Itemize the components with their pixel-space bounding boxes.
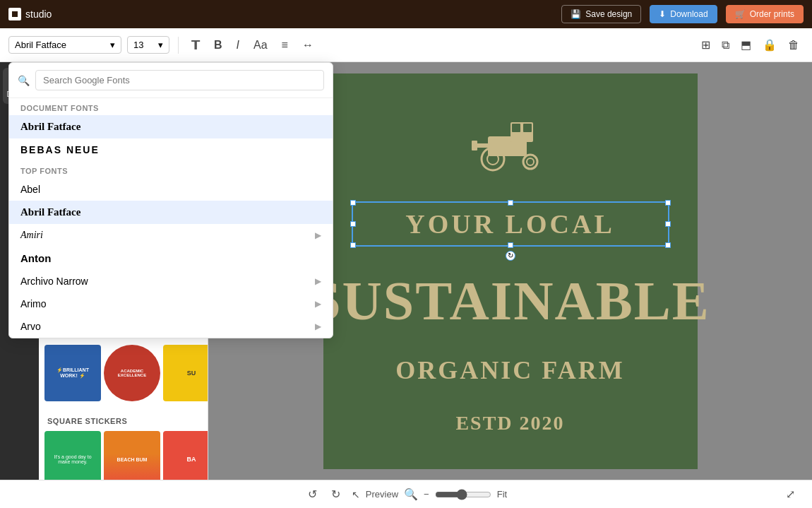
- arrow-icon: ▶: [315, 276, 321, 286]
- chevron-down-icon: ▾: [110, 40, 115, 50]
- order-icon: 🛒: [735, 9, 746, 19]
- topbar: studio 💾 Save design ⬇ Download 🛒 Order …: [0, 0, 812, 28]
- save-icon: 💾: [571, 9, 581, 19]
- chevron-down-icon: ▾: [158, 40, 163, 50]
- your-local-container[interactable]: YOUR LOCAL ↻: [352, 201, 669, 247]
- letter-spacing-button[interactable]: ↔: [298, 36, 318, 54]
- logo-icon: [8, 8, 21, 20]
- font-family-selector[interactable]: Abril Fatface ▾: [8, 36, 121, 54]
- logo: studio: [8, 8, 52, 20]
- search-icon: 🔍: [18, 75, 30, 86]
- sticker-thumb[interactable]: ACADEMICEXCELLENCE: [104, 345, 160, 401]
- order-prints-button[interactable]: 🛒 Order prints: [726, 5, 804, 23]
- font-item-anton[interactable]: Anton: [9, 247, 333, 270]
- font-case-button[interactable]: Aa: [249, 36, 272, 54]
- svg-point-3: [527, 158, 534, 165]
- align-icon: ≡: [282, 39, 288, 52]
- zoom-out-icon: 🔍: [404, 488, 418, 501]
- font-item-bebas-neue-doc[interactable]: BEBAS NEUE: [9, 138, 333, 161]
- toolbar: Abril Fatface ▾ 13 ▾ 𝗧 B I Aa ≡ ↔ ⊞ ⧉ ⬒ …: [0, 28, 812, 62]
- text-style-button[interactable]: 𝗧: [187, 35, 204, 56]
- font-size-label: 13: [133, 40, 143, 50]
- delete-button[interactable]: 🗑: [784, 36, 804, 54]
- grid-button[interactable]: ⊞: [697, 35, 715, 54]
- undo-button[interactable]: ↺: [305, 485, 320, 504]
- sticker-thumb[interactable]: SU: [163, 345, 208, 401]
- italic-label: I: [237, 39, 239, 52]
- download-button[interactable]: ⬇ Download: [650, 5, 717, 23]
- toolbar-right-icons: ⊞ ⧉ ⬒ 🔒 🗑: [697, 35, 804, 54]
- sticker-thumb[interactable]: It's a good day to make money.: [44, 431, 101, 480]
- sustainable-text: SUSTAINABLE: [310, 273, 710, 329]
- duplicate-button[interactable]: ⧉: [717, 36, 734, 54]
- font-size-selector[interactable]: 13 ▾: [127, 36, 169, 54]
- canvas-container: YOUR LOCAL ↻ SUSTAINABLE ORGANIC FARM: [323, 73, 698, 469]
- font-item-abel[interactable]: Abel: [9, 178, 333, 201]
- square-stickers-section: Square Stickers It's a good day to make …: [39, 407, 208, 480]
- sticker-thumb[interactable]: BA: [163, 431, 208, 480]
- fullscreen-button[interactable]: ⤢: [783, 485, 798, 504]
- arrow-icon: ▶: [315, 230, 321, 240]
- estd-text: ESTD 2020: [455, 412, 564, 435]
- font-item-arimo[interactable]: Arimo ▶: [9, 293, 333, 315]
- spacing-icon: ↔: [302, 39, 314, 52]
- arrow-icon: ▶: [315, 299, 321, 309]
- cursor-icon: ↖: [352, 489, 360, 500]
- font-item-arvo[interactable]: Arvo ▶: [9, 315, 333, 338]
- design-canvas[interactable]: YOUR LOCAL ↻ SUSTAINABLE ORGANIC FARM: [323, 73, 698, 469]
- preview-label: Preview: [366, 489, 398, 500]
- document-fonts-header: DOCUMENT FONTS: [9, 98, 333, 115]
- sticker-row: It's a good day to make money. BEACH BUM…: [39, 428, 208, 480]
- redo-button[interactable]: ↻: [328, 485, 343, 504]
- lock-button[interactable]: 🔒: [758, 35, 781, 54]
- italic-button[interactable]: I: [232, 36, 244, 54]
- font-item-abril-fatface-top[interactable]: Abril Fatface: [9, 201, 333, 224]
- save-design-button[interactable]: 💾 Save design: [561, 5, 641, 23]
- your-local-text: YOUR LOCAL: [352, 201, 669, 247]
- svg-rect-9: [472, 141, 477, 150]
- zoom-controls: ↖ Preview 🔍 − Fit: [352, 488, 507, 501]
- sticker-thumb[interactable]: ⚡BRILLIANTWORK! ⚡: [44, 345, 101, 401]
- zoom-slider[interactable]: [435, 489, 491, 500]
- svg-rect-7: [523, 124, 532, 132]
- sticker-row: ⚡BRILLIANTWORK! ⚡ ACADEMICEXCELLENCE SU …: [39, 342, 208, 404]
- arrow-icon: ▶: [315, 321, 321, 331]
- bold-button[interactable]: B: [210, 36, 227, 54]
- font-search-input[interactable]: [35, 70, 324, 90]
- top-fonts-header: TOP FONTS: [9, 161, 333, 178]
- bottom-bar: ↺ ↻ ↖ Preview 🔍 − Fit ⤢: [0, 480, 812, 508]
- font-search-bar: 🔍: [9, 63, 333, 98]
- font-item-abril-fatface-doc[interactable]: Abril Fatface: [9, 115, 333, 138]
- download-icon: ⬇: [659, 9, 666, 19]
- arrange-button[interactable]: ⬒: [736, 35, 756, 54]
- font-name-label: Abril Fatface: [15, 40, 66, 50]
- bold-label: B: [214, 39, 222, 52]
- sticker-thumb[interactable]: BEACH BUM: [104, 431, 160, 480]
- aa-label: Aa: [253, 39, 268, 52]
- separator: [178, 37, 179, 54]
- font-item-amiri[interactable]: Amiri ▶: [9, 224, 333, 247]
- zoom-minus-icon: −: [424, 489, 429, 500]
- font-dropdown: 🔍 DOCUMENT FONTS Abril Fatface BEBAS NEU…: [8, 62, 333, 338]
- text-align-button[interactable]: ≡: [277, 36, 292, 54]
- rotate-handle[interactable]: ↻: [506, 251, 515, 261]
- tractor-illustration: [468, 108, 553, 175]
- logo-text: studio: [25, 8, 52, 20]
- zoom-fit-label: Fit: [497, 489, 507, 500]
- square-stickers-header: Square Stickers: [39, 410, 208, 428]
- text-icon: 𝗧: [191, 37, 200, 53]
- svg-point-2: [523, 155, 537, 169]
- svg-rect-6: [512, 124, 520, 132]
- organic-farm-text: ORGANIC FARM: [395, 355, 624, 385]
- font-item-archivo-narrow[interactable]: Archivo Narrow ▶: [9, 270, 333, 293]
